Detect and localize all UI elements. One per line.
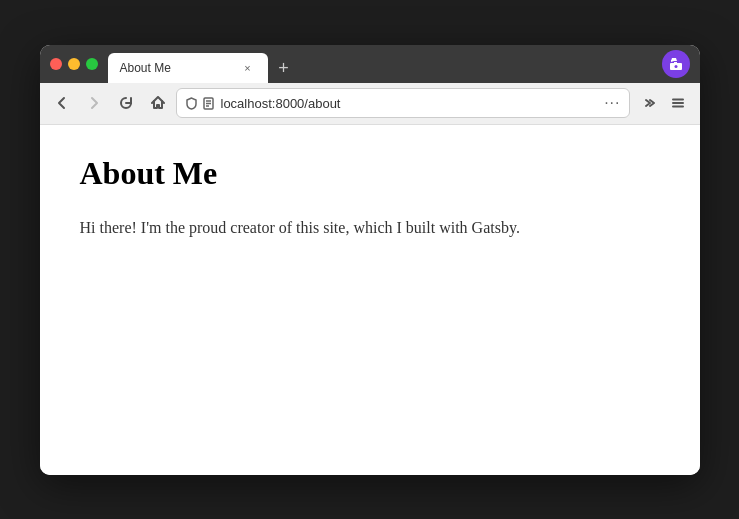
url-text: localhost:8000/about — [221, 96, 599, 111]
nav-bar: localhost:8000/about ··· — [40, 83, 700, 125]
active-tab[interactable]: About Me × — [108, 53, 268, 83]
page-content: About Me Hi there! I'm the proud creator… — [40, 125, 700, 475]
tab-title: About Me — [120, 61, 232, 75]
svg-point-1 — [674, 65, 677, 68]
tabs-button[interactable] — [634, 89, 662, 117]
menu-button[interactable] — [664, 89, 692, 117]
reload-button[interactable] — [112, 89, 140, 117]
shield-icon — [185, 97, 198, 110]
page-heading: About Me — [80, 155, 660, 192]
tab-close-icon[interactable]: × — [240, 60, 256, 76]
home-button[interactable] — [144, 89, 172, 117]
traffic-lights — [50, 58, 98, 70]
extension-button[interactable] — [662, 50, 690, 78]
back-button[interactable] — [48, 89, 76, 117]
page-body-text: Hi there! I'm the proud creator of this … — [80, 216, 660, 240]
maximize-button[interactable] — [86, 58, 98, 70]
tab-area: About Me × + — [108, 45, 658, 83]
address-bar[interactable]: localhost:8000/about ··· — [176, 88, 630, 118]
close-button[interactable] — [50, 58, 62, 70]
minimize-button[interactable] — [68, 58, 80, 70]
page-icon — [202, 97, 215, 110]
new-tab-button[interactable]: + — [270, 55, 298, 83]
forward-button[interactable] — [80, 89, 108, 117]
address-more-button[interactable]: ··· — [604, 94, 620, 112]
title-bar: About Me × + — [40, 45, 700, 83]
browser-window: About Me × + — [40, 45, 700, 475]
nav-right-buttons — [634, 89, 692, 117]
address-security-icons — [185, 97, 215, 110]
